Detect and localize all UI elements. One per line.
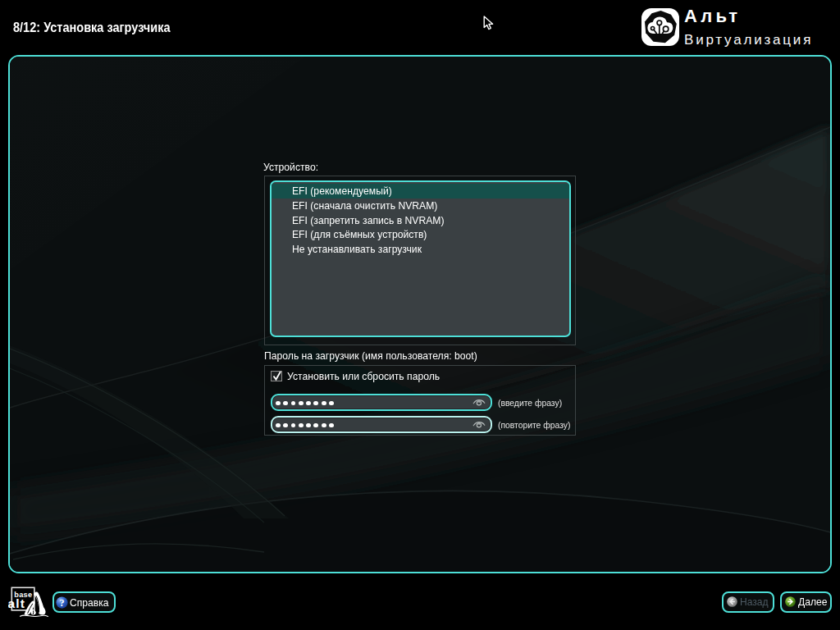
svg-text:?: ? bbox=[59, 596, 64, 608]
svg-text:alt: alt bbox=[8, 596, 25, 610]
